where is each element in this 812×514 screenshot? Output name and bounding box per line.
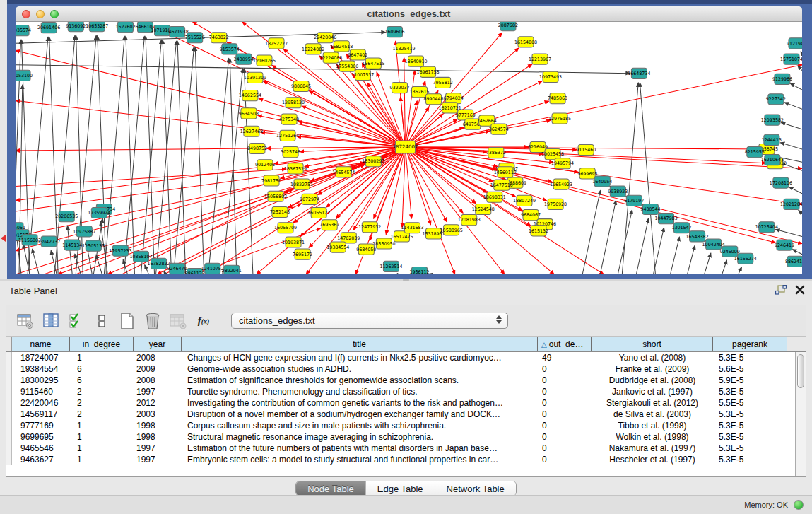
graph-node[interactable]: 15751074 xyxy=(780,54,802,64)
column-header-out_de[interactable]: △out_de… xyxy=(538,337,592,351)
graph-edge[interactable] xyxy=(32,249,39,274)
graph-node[interactable]: 12975185 xyxy=(548,113,571,124)
graph-edge[interactable] xyxy=(141,40,161,274)
graph-node[interactable]: 14654574 xyxy=(332,167,355,177)
graph-edge[interactable] xyxy=(145,265,149,274)
graph-node[interactable]: 10973493 xyxy=(539,71,562,82)
delete-button[interactable] xyxy=(142,310,163,332)
graph-edge[interactable] xyxy=(789,187,802,193)
graph-node[interactable]: 9227342 xyxy=(766,94,786,105)
graph-node[interactable]: 17957233 xyxy=(109,245,131,256)
graph-edge[interactable] xyxy=(76,35,83,274)
graph-edge[interactable] xyxy=(799,211,802,214)
table-row[interactable]: 911546021997Tourette syndrome. Phenomeno… xyxy=(6,386,795,397)
graph-edge[interactable] xyxy=(76,35,96,274)
column-header-pagerank[interactable]: pagerank xyxy=(713,337,787,351)
graph-node[interactable]: 19756928 xyxy=(544,199,567,209)
graph-edge[interactable] xyxy=(780,143,802,149)
graph-edge[interactable] xyxy=(146,36,155,274)
graph-node[interactable]: 7485063 xyxy=(548,93,567,104)
graph-node[interactable]: 12093582 xyxy=(761,115,784,125)
graph-node[interactable]: 12160265 xyxy=(253,55,276,66)
graph-edge[interactable] xyxy=(600,201,616,274)
new-file-button[interactable] xyxy=(117,310,138,332)
graph-node[interactable]: 11007537 xyxy=(351,69,374,80)
citation-graph[interactable]: 1872400718300295146545741825222712160265… xyxy=(16,22,802,274)
graph-node[interactable]: 1615132 xyxy=(529,226,548,236)
graph-edge[interactable] xyxy=(223,69,243,274)
graph-edge[interactable] xyxy=(156,41,177,274)
graph-node[interactable]: 9012406 xyxy=(255,160,275,170)
graph-node[interactable]: 10588965 xyxy=(440,225,463,235)
column-header-name[interactable]: name xyxy=(12,337,70,351)
graph-node[interactable]: 9121942 xyxy=(787,38,802,49)
graph-edge[interactable] xyxy=(104,36,124,274)
tab-node-table[interactable]: Node Table xyxy=(296,481,365,496)
graph-node[interactable]: 19654923 xyxy=(550,179,572,189)
tab-network-table[interactable]: Network Table xyxy=(435,481,516,496)
tab-edge-table[interactable]: Edge Table xyxy=(365,481,435,496)
graph-edge[interactable] xyxy=(775,230,802,237)
graph-node[interactable]: 18698331 xyxy=(483,192,506,202)
graph-node[interactable]: 8862418 xyxy=(785,256,802,267)
graph-node[interactable]: 16548382 xyxy=(686,231,709,242)
graph-node[interactable]: 10391209 xyxy=(244,72,266,83)
graph-node[interactable]: 3624574 xyxy=(489,124,509,134)
graph-node[interactable]: 19495794 xyxy=(551,158,574,169)
graph-node[interactable]: 9647402 xyxy=(348,49,367,60)
graph-edge[interactable] xyxy=(174,47,194,274)
graph-node[interactable]: 17081983 xyxy=(458,215,481,226)
graph-node[interactable]: 10942404 xyxy=(702,239,725,250)
graph-edge[interactable] xyxy=(739,267,742,274)
graph-node[interactable]: 18367529 xyxy=(284,163,307,174)
graph-node[interactable]: 11325419 xyxy=(392,43,415,54)
rows-button[interactable] xyxy=(91,310,112,332)
graph-node[interactable]: 10193871 xyxy=(282,237,305,247)
graph-node[interactable]: 19384554 xyxy=(326,242,349,252)
graph-edge[interactable] xyxy=(801,52,802,54)
graph-node[interactable]: 4035574 xyxy=(16,25,31,36)
graph-node[interactable]: 16210643 xyxy=(761,155,784,165)
memory-status-indicator[interactable] xyxy=(794,500,804,510)
graph-edge[interactable] xyxy=(705,253,711,274)
graph-node[interactable]: 7695172 xyxy=(293,249,312,259)
graph-node[interactable]: 14662554 xyxy=(239,90,261,101)
graph-edge[interactable] xyxy=(16,65,630,74)
graph-node[interactable]: 12751264 xyxy=(276,130,299,141)
graph-node[interactable]: 7252148 xyxy=(270,206,290,217)
graph-node[interactable]: 16055709 xyxy=(274,223,297,233)
graph-node[interactable]: 1145134 xyxy=(62,240,82,250)
graph-edge[interactable] xyxy=(19,85,23,274)
graph-node[interactable]: 9634508 xyxy=(239,108,259,119)
graph-node[interactable]: 22420046 xyxy=(314,33,336,43)
close-window-button[interactable] xyxy=(22,10,30,18)
graph-node[interactable]: 15647515 xyxy=(362,58,384,69)
graph-edge[interactable] xyxy=(405,147,411,218)
graph-node[interactable]: 7981750 xyxy=(261,175,281,186)
graph-node[interactable]: 7955812 xyxy=(433,77,453,88)
graph-node[interactable]: 18224082 xyxy=(302,44,324,54)
graph-edge[interactable] xyxy=(405,147,463,213)
graph-node[interactable]: 12627468 xyxy=(240,126,263,136)
table-selector-dropdown[interactable]: citations_edges.txt xyxy=(231,313,508,329)
table-settings-button[interactable] xyxy=(15,310,36,332)
table-row[interactable]: 1872400712008Changes of HCN gene express… xyxy=(6,352,795,363)
graph-node[interactable]: 2087682 xyxy=(498,22,518,31)
graph-node[interactable]: 9153574 xyxy=(220,44,240,54)
table-row[interactable]: 969969511998Structural magnetic resonanc… xyxy=(6,431,795,443)
graph-edge[interactable] xyxy=(792,250,802,255)
graph-node[interactable]: 16824518 xyxy=(330,41,353,52)
table-row[interactable]: 1830029562008Estimation of significance … xyxy=(6,375,795,386)
graph-edge[interactable] xyxy=(636,218,648,274)
graph-node[interactable]: 16477510 xyxy=(490,180,513,190)
graph-edge[interactable] xyxy=(784,103,802,110)
graph-edge[interactable] xyxy=(582,190,600,274)
graph-node[interactable]: 9245009 xyxy=(720,246,740,257)
table-row[interactable]: 946554611997Estimation of the future num… xyxy=(6,443,795,454)
graph-node[interactable]: 9136092 xyxy=(66,22,86,32)
graph-node[interactable]: 9115460 xyxy=(576,144,596,155)
graph-node[interactable]: 12021284 xyxy=(780,199,802,209)
graph-node[interactable]: 10653287 xyxy=(86,22,108,32)
graph-node[interactable]: 18252227 xyxy=(265,38,288,49)
graph-node[interactable]: 12477932 xyxy=(358,222,381,233)
